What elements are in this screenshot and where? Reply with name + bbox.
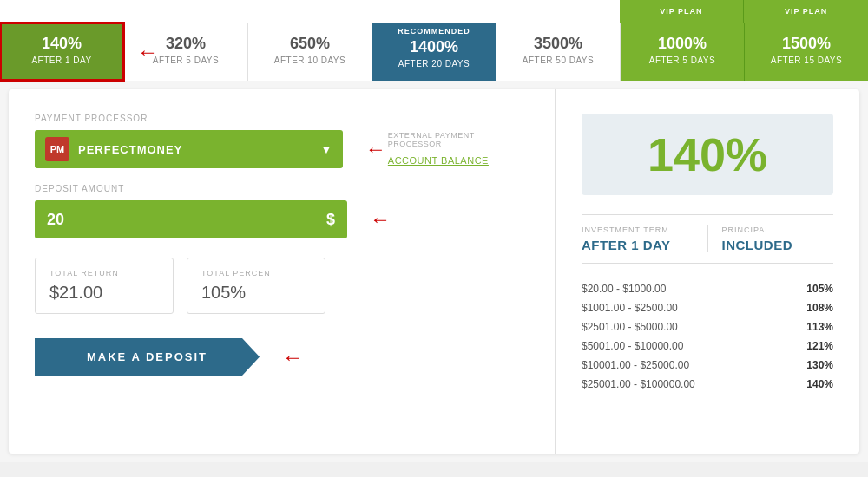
tab-percent: 1000% — [628, 35, 737, 53]
tier-table: $20.00 - $1000.00105%$1001.00 - $2500.00… — [582, 279, 833, 394]
tier-range: $5001.00 - $10000.00 — [582, 340, 683, 352]
right-panel: 140% INVESTMENT TERM AFTER 1 DAY PRINCIP… — [556, 89, 859, 454]
tier-percent: 140% — [806, 378, 833, 390]
payment-name: PERFECTMONEY — [78, 143, 320, 156]
tier-row: $10001.00 - $25000.00130% — [582, 356, 833, 375]
deposit-amount-section: DEPOSIT AMOUNT $ ← — [35, 184, 529, 238]
recommended-badge: RECOMMENDED — [389, 24, 479, 38]
tier-row: $2501.00 - $5000.00113% — [582, 317, 833, 337]
tab-label: AFTER 1 DAY — [7, 56, 116, 65]
tab-label: AFTER 10 DAYS — [255, 56, 365, 65]
percent-display-box: 140% — [582, 114, 833, 195]
tab-percent: 140% — [7, 35, 116, 53]
tier-percent: 121% — [806, 340, 833, 352]
external-payment-section: EXTERNAL PAYMENT PROCESSOR ACCOUNT BALAN… — [388, 131, 529, 167]
tab-percent: 1400% — [379, 38, 489, 56]
tier-percent: 130% — [806, 359, 833, 371]
tab-percent: 1500% — [752, 35, 861, 53]
tab-1000-vip-5days[interactable]: 1000% AFTER 5 DAYS — [621, 23, 745, 81]
total-return-box: TOTAL RETURN $21.00 — [35, 258, 174, 314]
left-panel: PAYMENT PROCESSOR PM PERFECTMONEY ▼ ← EX… — [9, 89, 556, 454]
tab-label: AFTER 20 DAYS — [379, 59, 489, 69]
tier-range: $20.00 - $1000.00 — [582, 283, 666, 295]
tier-range: $1001.00 - $2500.00 — [582, 302, 678, 314]
big-percent-value: 140% — [648, 128, 767, 180]
tier-row: $1001.00 - $2500.00108% — [582, 298, 833, 317]
tab-label: AFTER 50 DAYS — [503, 56, 613, 65]
payment-processor-dropdown[interactable]: PM PERFECTMONEY ▼ ← — [35, 130, 343, 168]
dollar-sign: $ — [326, 211, 335, 229]
vip-badge-2: VIP PLAN — [785, 7, 827, 16]
vip-badge-1: VIP PLAN — [660, 7, 702, 16]
main-card: PAYMENT PROCESSOR PM PERFECTMONEY ▼ ← EX… — [9, 89, 859, 454]
external-payment-label: EXTERNAL PAYMENT PROCESSOR — [388, 131, 529, 148]
tabs-container: RECOMMENDED 140% AFTER 1 DAY ← 320% AFTE… — [0, 23, 868, 81]
total-percent-box: TOTAL PERCENT 105% — [187, 258, 326, 314]
tier-row: $20.00 - $1000.00105% — [582, 279, 833, 298]
deposit-amount-label: DEPOSIT AMOUNT — [35, 184, 529, 193]
tier-percent: 108% — [806, 302, 833, 314]
deposit-input-wrapper: $ — [35, 200, 347, 238]
total-percent-label: TOTAL PERCENT — [201, 269, 311, 278]
tab-label: AFTER 5 DAYS — [628, 56, 737, 65]
tab-label: AFTER 15 DAYS — [752, 56, 861, 65]
total-return-label: TOTAL RETURN — [49, 269, 159, 278]
investment-term-label: INVESTMENT TERM — [582, 225, 694, 234]
tab-140-1day[interactable]: 140% AFTER 1 DAY ← — [0, 23, 124, 81]
account-balance-link[interactable]: ACCOUNT BALANCE — [388, 155, 489, 166]
tier-row: $5001.00 - $10000.00121% — [582, 337, 833, 356]
dropdown-arrow-icon: ▼ — [320, 142, 332, 156]
tier-range: $2501.00 - $5000.00 — [582, 321, 678, 333]
tier-row: $25001.00 - $100000.00140% — [582, 375, 833, 394]
payment-processor-section: PAYMENT PROCESSOR PM PERFECTMONEY ▼ ← EX… — [35, 114, 529, 168]
tier-range: $25001.00 - $100000.00 — [582, 378, 695, 390]
make-deposit-button[interactable]: MAKE A DEPOSIT — [35, 338, 260, 376]
tier-percent: 113% — [806, 321, 833, 333]
return-row: TOTAL RETURN $21.00 TOTAL PERCENT 105% — [35, 258, 529, 314]
total-return-value: $21.00 — [49, 283, 159, 303]
tier-percent: 105% — [806, 283, 833, 295]
tab-650-10days[interactable]: 650% AFTER 10 DAYS — [248, 23, 372, 81]
principal-label: PRINCIPAL — [722, 225, 834, 234]
tab-percent: 3500% — [503, 35, 613, 53]
tab-3500-50days[interactable]: 3500% AFTER 50 DAYS — [496, 23, 621, 81]
investment-info-row: INVESTMENT TERM AFTER 1 DAY PRINCIPAL IN… — [582, 214, 833, 264]
principal-value: INCLUDED — [722, 238, 834, 252]
tab-percent: 650% — [255, 35, 365, 53]
tier-range: $10001.00 - $25000.00 — [582, 359, 689, 371]
total-percent-value: 105% — [201, 283, 311, 303]
investment-term-item: INVESTMENT TERM AFTER 1 DAY — [582, 225, 694, 252]
tab-1500-vip-15days[interactable]: 1500% AFTER 15 DAYS — [745, 23, 868, 81]
pm-icon: PM — [45, 137, 69, 161]
investment-term-value: AFTER 1 DAY — [582, 238, 694, 252]
deposit-input[interactable] — [47, 211, 326, 229]
payment-processor-label: PAYMENT PROCESSOR — [35, 114, 529, 123]
principal-item: PRINCIPAL INCLUDED — [707, 225, 834, 252]
